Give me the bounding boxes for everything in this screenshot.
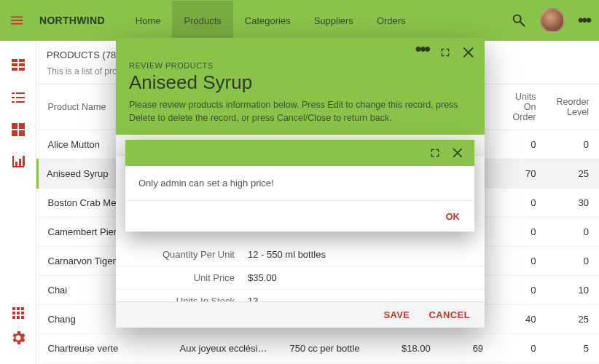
alert-message: Only admin can set a high price! (125, 166, 474, 201)
list-icon[interactable] (9, 89, 27, 106)
apps-icon[interactable] (9, 304, 27, 322)
cell-reorder: 0 (547, 247, 599, 276)
nav-home[interactable]: Home (124, 1, 173, 41)
dialog-footer: SAVE CANCEL (116, 301, 485, 328)
nav-categories[interactable]: Categories (233, 1, 302, 41)
cell-reorder: 0 (547, 130, 599, 159)
search-icon[interactable] (511, 12, 527, 28)
save-button[interactable]: SAVE (383, 309, 410, 320)
alert-close-icon[interactable] (451, 146, 466, 160)
cell-reorder: 10 (547, 276, 599, 305)
cell-price: $18.00 (375, 334, 441, 363)
tiles-icon[interactable] (9, 121, 27, 138)
more-icon[interactable]: ••• (578, 11, 590, 30)
field-value: $35.00 (243, 272, 277, 283)
settings-icon[interactable] (9, 329, 27, 347)
col-reorder[interactable]: Reorder Level (547, 84, 599, 130)
dialog-subtitle: Please review products information below… (129, 98, 471, 124)
cell-reorder: 5 (547, 334, 599, 363)
cell-onOrder: 0 (493, 276, 546, 305)
nav-orders[interactable]: Orders (365, 1, 418, 41)
cell-reorder: 0 (547, 218, 599, 247)
menu-icon[interactable] (9, 12, 25, 28)
dialog-overline: REVIEW PRODUCTS (129, 61, 471, 70)
nav-suppliers[interactable]: Suppliers (302, 1, 365, 41)
field-label: Unit Price (116, 272, 243, 283)
chart-icon[interactable] (9, 153, 27, 170)
left-rail (0, 41, 36, 364)
alert-header (125, 140, 474, 166)
alert-dialog: Only admin can set a high price! OK (125, 140, 474, 232)
cell-onOrder: 40 (493, 305, 546, 334)
cell-qty: 750 cc per bottle (279, 334, 375, 363)
cell-onOrder: 0 (493, 130, 546, 159)
dialog-close-icon[interactable] (461, 44, 477, 60)
cell-reorder: 25 (547, 305, 599, 334)
field-row: Unit Price$35.00 (116, 266, 485, 290)
app-header: NORTHWIND Home Products Categories Suppl… (0, 0, 599, 41)
grid-icon[interactable] (9, 57, 27, 74)
cell-productName: Chartreuse verte (38, 334, 170, 363)
field-row: Quantity Per Unit12 - 550 ml bottles (116, 243, 485, 266)
field-label: Units In Stock (116, 296, 243, 301)
cell-onOrder: 0 (493, 189, 546, 218)
alert-ok-button[interactable]: OK (446, 211, 461, 222)
cell-reorder: 25 (547, 159, 599, 189)
dialog-more-icon[interactable]: ••• (415, 40, 429, 58)
cell-reorder: 30 (547, 189, 599, 218)
field-value: 13 (243, 296, 258, 301)
field-row: Units In Stock13 (116, 290, 485, 301)
cell-onOrder: 70 (493, 159, 546, 189)
dialog-fullscreen-icon[interactable] (439, 47, 451, 58)
table-row[interactable]: Chartreuse verteAux joyeux ecclésiastiqu… (38, 334, 600, 363)
dialog-header: ••• REVIEW PRODUCTS Aniseed Syrup Please… (116, 38, 485, 135)
avatar[interactable] (540, 8, 565, 33)
cancel-button[interactable]: CANCEL (428, 309, 470, 320)
col-on-order[interactable]: Units On Order (493, 84, 546, 130)
cell-onOrder: 0 (493, 334, 546, 363)
field-label: Quantity Per Unit (116, 249, 243, 260)
nav-products[interactable]: Products (172, 1, 232, 41)
cell-stock: 69 (441, 334, 493, 363)
cell-onOrder: 0 (493, 218, 546, 247)
header-right: ••• (511, 8, 590, 33)
brand-label: NORTHWIND (39, 15, 105, 26)
top-nav: Home Products Categories Suppliers Order… (124, 1, 418, 41)
alert-fullscreen-icon[interactable] (429, 147, 441, 159)
cell-onOrder: 0 (493, 247, 546, 276)
field-value: 12 - 550 ml bottles (243, 249, 326, 260)
cell-supplier: Aux joyeux ecclésiastiques (170, 334, 280, 363)
dialog-title: Aniseed Syrup (129, 71, 471, 94)
